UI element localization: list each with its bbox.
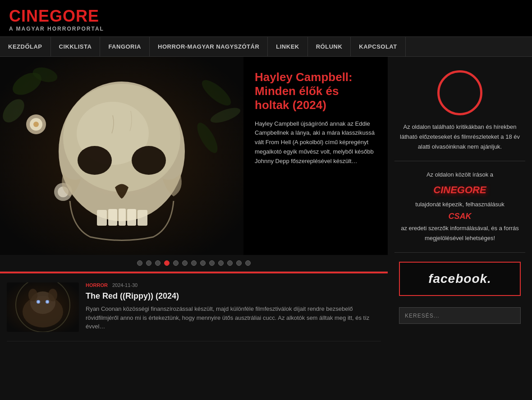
- copyright-end: az eredeti szerzők informálásával, és a …: [401, 225, 519, 241]
- slider-dots-container: [0, 255, 388, 272]
- age-warning-text: Az oldalon található kritikákban és híre…: [399, 122, 521, 152]
- article-body: HORROR 2024-11-30 The Red ((Rippy)) (202…: [86, 282, 381, 332]
- svg-point-28: [46, 301, 48, 303]
- slider-dot-1[interactable]: [137, 260, 142, 266]
- nav-item-fangoria[interactable]: FANGORIA: [100, 37, 150, 56]
- site-tagline: A MAGYAR HORRORPORTAL: [9, 26, 523, 32]
- nav-item-nagyszotar[interactable]: HORROR-MAGYAR NAGYSZÓTÁR: [150, 37, 268, 56]
- copyright-logo-text: CINEGORE: [433, 184, 486, 195]
- slider-dot-3[interactable]: [155, 260, 161, 266]
- nav-item-cikklista[interactable]: CIKKLISTA: [51, 37, 101, 56]
- nav-item-kapcsolat[interactable]: KAPCSOLAT: [351, 37, 405, 56]
- svg-point-29: [28, 289, 37, 301]
- copyright-rest-text: tulajdonát képezik, felhasználásuk CSAK …: [399, 200, 521, 243]
- svg-rect-20: [127, 209, 136, 226]
- article-date: 2024-11-30: [112, 282, 138, 288]
- svg-rect-21: [138, 210, 147, 226]
- hero-article-title[interactable]: Hayley Campbell: Minden élők és holtak (…: [255, 70, 376, 113]
- sidebar: Az oldalon található kritikákban és híre…: [388, 57, 532, 362]
- article-thumb-image: [7, 282, 79, 332]
- site-logo[interactable]: CINEGORE: [9, 8, 523, 24]
- facebook-label: facebook.: [428, 272, 491, 286]
- svg-point-15: [78, 146, 112, 175]
- facebook-section: facebook.: [394, 255, 525, 303]
- main-content: Hayley Campbell: Minden élők és holtak (…: [0, 57, 388, 362]
- slider-dot-9[interactable]: [209, 260, 215, 266]
- copyright-logo: CINEGORE: [399, 184, 521, 196]
- hero-artwork: [0, 57, 243, 255]
- article-excerpt: Ryan Coonan közösségi finanszírozással k…: [86, 305, 381, 331]
- main-navigation: KEZDŐLAPCIKKLISTAFANGORIAHORROR-MAGYAR N…: [0, 36, 532, 57]
- age-warning-section: Az oldalon található kritikákban és híre…: [394, 64, 525, 161]
- search-input[interactable]: [399, 307, 521, 324]
- svg-rect-18: [108, 209, 117, 226]
- warning-circle-icon: [437, 70, 482, 115]
- svg-rect-19: [119, 209, 126, 226]
- slider-dot-7[interactable]: [191, 260, 197, 266]
- copyright-intro-span: Az oldalon közölt írások a: [427, 171, 493, 178]
- svg-point-16: [132, 146, 166, 175]
- slider-dot-2[interactable]: [146, 260, 151, 266]
- slider-dot-13[interactable]: [245, 260, 251, 266]
- article-item-0: HORROR 2024-11-30 The Red ((Rippy)) (202…: [7, 282, 381, 341]
- search-section: [394, 303, 525, 328]
- svg-point-6: [33, 122, 39, 127]
- slider-dot-10[interactable]: [218, 260, 224, 266]
- slider-dot-6[interactable]: [182, 260, 188, 266]
- slider-dot-11[interactable]: [227, 260, 233, 266]
- svg-point-30: [48, 289, 57, 301]
- article-meta: HORROR 2024-11-30: [86, 282, 381, 288]
- svg-point-27: [37, 301, 39, 303]
- facebook-button[interactable]: facebook.: [399, 262, 521, 296]
- nav-item-rolunk[interactable]: RÓLUNK: [308, 37, 351, 56]
- nav-item-linkek[interactable]: LINKEK: [268, 37, 307, 56]
- article-category[interactable]: HORROR: [86, 282, 108, 288]
- hero-slider: Hayley Campbell: Minden élők és holtak (…: [0, 57, 388, 272]
- copyright-csak: CSAK: [448, 212, 471, 221]
- article-title[interactable]: The Red ((Rippy)) (2024): [86, 291, 381, 301]
- site-header: CINEGORE A MAGYAR HORRORPORTAL: [0, 0, 532, 36]
- hero-image-panel: [0, 57, 243, 255]
- copyright-body: tulajdonát képezik, felhasználásuk: [415, 201, 504, 208]
- slider-dot-12[interactable]: [236, 260, 242, 266]
- slider-dot-4[interactable]: [164, 260, 170, 266]
- nav-item-kezdolap[interactable]: KEZDŐLAP: [0, 37, 51, 56]
- hero-text-area: Hayley Campbell: Minden élők és holtak (…: [243, 57, 388, 255]
- article-thumbnail: [7, 282, 79, 332]
- slider-dot-8[interactable]: [200, 260, 206, 266]
- hero-article-excerpt: Hayley Campbell újságírónő annak az Eddi…: [255, 119, 376, 166]
- main-layout: Hayley Campbell: Minden élők és holtak (…: [0, 57, 532, 362]
- slider-dot-5[interactable]: [173, 260, 179, 266]
- svg-rect-17: [97, 210, 107, 226]
- copyright-intro-text: Az oldalon közölt írások a: [399, 170, 521, 180]
- article-list: HORROR 2024-11-30 The Red ((Rippy)) (202…: [0, 273, 388, 362]
- copyright-section: Az oldalon közölt írások a CINEGORE tula…: [394, 161, 525, 253]
